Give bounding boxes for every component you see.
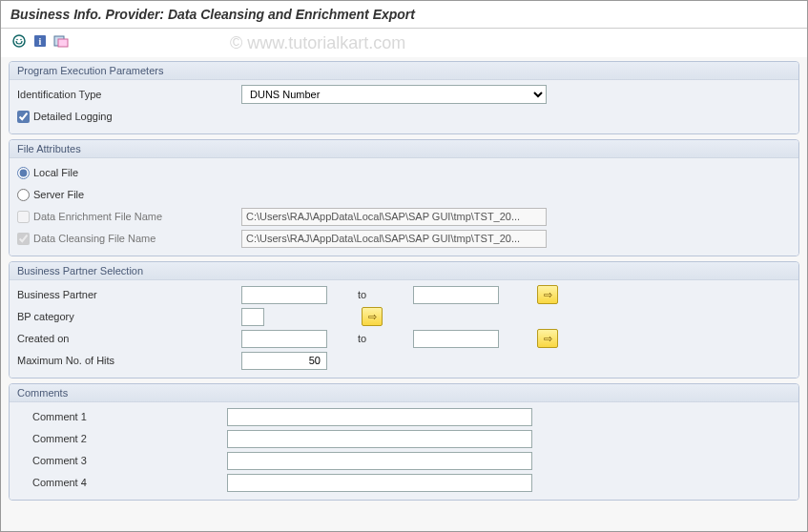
- server-file-label: Server File: [33, 189, 84, 200]
- svg-rect-6: [58, 39, 68, 47]
- toolbar: i: [1, 29, 807, 57]
- execute-button[interactable]: [10, 32, 28, 50]
- svg-text:i: i: [39, 36, 42, 47]
- variant-button[interactable]: [52, 32, 70, 50]
- comment2-label: Comment 2: [17, 433, 227, 444]
- arrow-icon: ⇨: [544, 289, 552, 301]
- created-to-label: to: [327, 333, 413, 344]
- group-comments-title: Comments: [10, 384, 798, 402]
- detailed-logging-checkbox[interactable]: [17, 111, 30, 123]
- server-file-field[interactable]: Server File: [17, 189, 241, 201]
- cleanse-checkbox: [17, 233, 30, 245]
- cleanse-label: Data Cleansing File Name: [33, 233, 155, 244]
- group-exec-params: Program Execution Parameters Identificat…: [9, 61, 799, 134]
- group-file-title: File Attributes: [10, 140, 798, 158]
- created-from-input[interactable]: [241, 330, 327, 348]
- comment4-input[interactable]: [227, 474, 532, 492]
- detailed-logging-label: Detailed Logging: [33, 111, 113, 122]
- enrich-input: [241, 208, 547, 226]
- info-button[interactable]: i: [31, 32, 49, 50]
- created-multi-button[interactable]: ⇨: [537, 329, 558, 348]
- bp-to-input[interactable]: [413, 286, 499, 304]
- bp-to-label: to: [327, 289, 413, 300]
- comment3-label: Comment 3: [17, 455, 227, 466]
- bp-cat-input[interactable]: [241, 308, 264, 326]
- group-exec-title: Program Execution Parameters: [10, 62, 798, 80]
- id-type-select[interactable]: DUNS Number: [241, 85, 547, 104]
- bp-label: Business Partner: [17, 289, 241, 300]
- created-label: Created on: [17, 333, 241, 344]
- comment1-label: Comment 1: [17, 411, 227, 422]
- bp-from-input[interactable]: [241, 286, 327, 304]
- maxhits-label: Maximum No. of Hits: [17, 355, 241, 366]
- page-title: Business Info. Provider: Data Cleansing …: [10, 7, 798, 22]
- maxhits-input[interactable]: [241, 352, 327, 370]
- svg-point-0: [13, 35, 25, 47]
- local-file-label: Local File: [33, 167, 78, 178]
- bp-cat-label: BP category: [17, 311, 241, 322]
- comment3-input[interactable]: [227, 452, 532, 470]
- group-bp-selection: Business Partner Selection Business Part…: [9, 261, 799, 379]
- cleanse-field: Data Cleansing File Name: [17, 233, 241, 245]
- comment1-input[interactable]: [227, 408, 532, 426]
- bp-multi-button[interactable]: ⇨: [537, 285, 558, 304]
- enrich-checkbox: [17, 211, 30, 223]
- arrow-icon: ⇨: [368, 311, 377, 323]
- comment2-input[interactable]: [227, 430, 532, 448]
- id-type-label: Identification Type: [17, 89, 241, 100]
- cleanse-input: [241, 230, 547, 248]
- svg-point-1: [16, 39, 18, 41]
- created-to-input[interactable]: [413, 330, 499, 348]
- server-file-radio[interactable]: [17, 189, 30, 201]
- svg-point-2: [20, 39, 22, 41]
- local-file-field[interactable]: Local File: [17, 167, 241, 179]
- group-bp-title: Business Partner Selection: [10, 262, 798, 280]
- local-file-radio[interactable]: [17, 167, 30, 179]
- detailed-logging-field[interactable]: Detailed Logging: [17, 111, 241, 123]
- group-file-attrs: File Attributes Local File Server File D…: [9, 139, 799, 256]
- bp-cat-multi-button[interactable]: ⇨: [362, 307, 383, 326]
- enrich-label: Data Enrichment File Name: [33, 211, 162, 222]
- group-comments: Comments Comment 1 Comment 2 Comment 3 C…: [9, 383, 799, 501]
- enrich-field: Data Enrichment File Name: [17, 211, 241, 223]
- comment4-label: Comment 4: [17, 477, 227, 488]
- arrow-icon: ⇨: [544, 333, 552, 345]
